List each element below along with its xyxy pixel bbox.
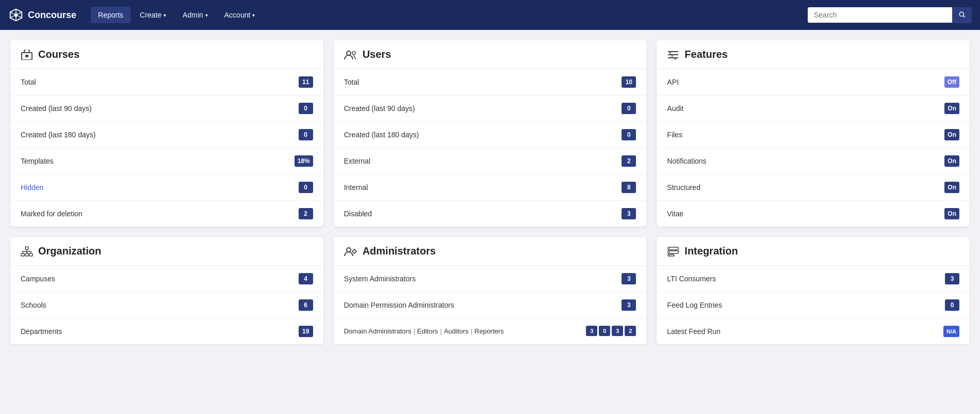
- svg-rect-10: [25, 55, 28, 57]
- features-notifications-label: Notifications: [667, 157, 944, 165]
- features-api-label: API: [667, 78, 944, 86]
- users-total-badge: 10: [622, 76, 636, 88]
- svg-point-29: [353, 250, 356, 253]
- users-created180-row: Created (last 180 days) 0: [334, 122, 647, 148]
- users-header: Users: [334, 40, 647, 69]
- users-created180-label: Created (last 180 days): [344, 131, 622, 139]
- courses-header: Courses: [10, 40, 323, 69]
- features-vitae-label: Vitae: [667, 210, 944, 218]
- svg-line-2: [19, 12, 22, 14]
- search-input[interactable]: [808, 7, 952, 23]
- admin-system-row: System Administrators 3: [334, 266, 647, 292]
- nav-reports[interactable]: Reports: [91, 7, 130, 23]
- courses-total-badge: 11: [299, 76, 313, 88]
- features-files-row: Files On: [657, 122, 970, 148]
- integration-lti-label: LTI Consumers: [667, 275, 945, 283]
- org-campuses-row: Campuses 4: [10, 266, 323, 292]
- courses-title: Courses: [38, 49, 79, 60]
- users-external-label: External: [344, 157, 622, 165]
- features-structured-row: Structured On: [657, 174, 970, 201]
- administrators-card: Administrators System Administrators 3 D…: [334, 237, 647, 344]
- integration-title: Integration: [684, 245, 738, 257]
- admin-domain-roles-labels: Domain Administrators | Editors | Audito…: [344, 327, 586, 335]
- integration-latestfeed-row: Latest Feed Run N/A: [657, 319, 970, 344]
- courses-templates-row: Templates 18%: [10, 148, 323, 174]
- users-internal-badge: 8: [622, 182, 636, 193]
- features-audit-label: Audit: [667, 104, 944, 113]
- users-total-row: Total 10: [334, 69, 647, 95]
- admin-domain-roles-row: Domain Administrators | Editors | Audito…: [334, 319, 647, 343]
- courses-created180-badge: 0: [299, 129, 313, 140]
- editors-label: Editors: [417, 327, 438, 335]
- auditors-badge: 3: [612, 326, 623, 336]
- organization-card: Organization Campuses 4 Schools 6 Depart…: [10, 237, 323, 344]
- svg-line-5: [10, 16, 14, 18]
- courses-created180-row: Created (last 180 days) 0: [10, 122, 323, 148]
- administrators-title: Administrators: [363, 245, 436, 257]
- svg-point-7: [959, 12, 963, 16]
- search-button[interactable]: [952, 7, 972, 23]
- courses-templates-label: Templates: [21, 157, 295, 165]
- organization-icon: [21, 246, 33, 257]
- features-api-row: API Off: [657, 69, 970, 95]
- svg-rect-22: [29, 253, 32, 256]
- features-header: Features: [657, 40, 970, 69]
- courses-deletion-row: Marked for deletion 2: [10, 201, 323, 227]
- courses-total-label: Total: [21, 78, 299, 86]
- courses-hidden-link[interactable]: Hidden: [21, 183, 299, 192]
- features-audit-badge: On: [944, 103, 959, 114]
- admin-domain-perm-badge: 3: [622, 299, 636, 311]
- users-created90-badge: 0: [622, 103, 636, 114]
- brand-logo[interactable]: Concourse: [8, 7, 76, 23]
- features-structured-badge: On: [944, 182, 959, 193]
- org-departments-row: Departments 19: [10, 319, 323, 344]
- main-nav: Concourse Reports Create ▾ Admin ▾ Accou…: [0, 0, 980, 30]
- users-title: Users: [363, 49, 391, 60]
- admin-system-badge: 3: [622, 273, 636, 284]
- features-api-badge: Off: [944, 76, 959, 88]
- integration-lti-row: LTI Consumers 3: [657, 266, 970, 292]
- domain-roles-badges: 3 0 3 2: [586, 326, 636, 336]
- admin-domain-perm-row: Domain Permission Administrators 3: [334, 292, 647, 319]
- editors-badge: 0: [599, 326, 610, 336]
- nav-admin[interactable]: Admin ▾: [175, 7, 215, 23]
- features-icon: [667, 50, 679, 60]
- dashboard-grid: Courses Total 11 Created (last 90 days) …: [0, 30, 980, 355]
- svg-line-8: [963, 15, 965, 17]
- sep3: |: [470, 327, 472, 335]
- features-notifications-row: Notifications On: [657, 148, 970, 174]
- svg-line-6: [10, 12, 14, 14]
- users-created180-badge: 0: [622, 129, 636, 140]
- svg-rect-21: [25, 253, 28, 256]
- nav-create[interactable]: Create ▾: [133, 7, 173, 23]
- admin-domain-perm-label: Domain Permission Administrators: [344, 301, 622, 309]
- organization-title: Organization: [38, 245, 101, 257]
- features-title: Features: [684, 49, 727, 60]
- features-notifications-badge: On: [944, 155, 959, 167]
- nav-account[interactable]: Account ▾: [217, 7, 263, 23]
- courses-hidden-badge: 0: [299, 182, 313, 193]
- svg-rect-20: [21, 253, 24, 256]
- users-internal-label: Internal: [344, 183, 622, 192]
- users-external-row: External 2: [334, 148, 647, 174]
- admin-system-label: System Administrators: [344, 275, 622, 283]
- nav-links: Reports Create ▾ Admin ▾ Account ▾: [91, 7, 804, 23]
- courses-card: Courses Total 11 Created (last 90 days) …: [10, 40, 323, 227]
- org-campuses-label: Campuses: [21, 275, 299, 283]
- courses-hidden-row: Hidden 0: [10, 174, 323, 201]
- reporters-badge: 2: [625, 326, 636, 336]
- courses-created180-label: Created (last 180 days): [21, 131, 299, 139]
- courses-templates-badge: 18%: [295, 155, 313, 167]
- features-files-badge: On: [944, 129, 959, 140]
- svg-point-12: [352, 52, 355, 55]
- reporters-label: Reporters: [475, 327, 504, 335]
- brand-name: Concourse: [28, 10, 76, 21]
- users-internal-row: Internal 8: [334, 174, 647, 201]
- admin-caret: ▾: [205, 12, 208, 18]
- administrators-header: Administrators: [334, 237, 647, 266]
- integration-icon: [667, 246, 679, 257]
- svg-point-37: [669, 248, 670, 249]
- users-icon: [344, 50, 357, 60]
- org-schools-badge: 6: [299, 299, 313, 311]
- org-schools-row: Schools 6: [10, 292, 323, 319]
